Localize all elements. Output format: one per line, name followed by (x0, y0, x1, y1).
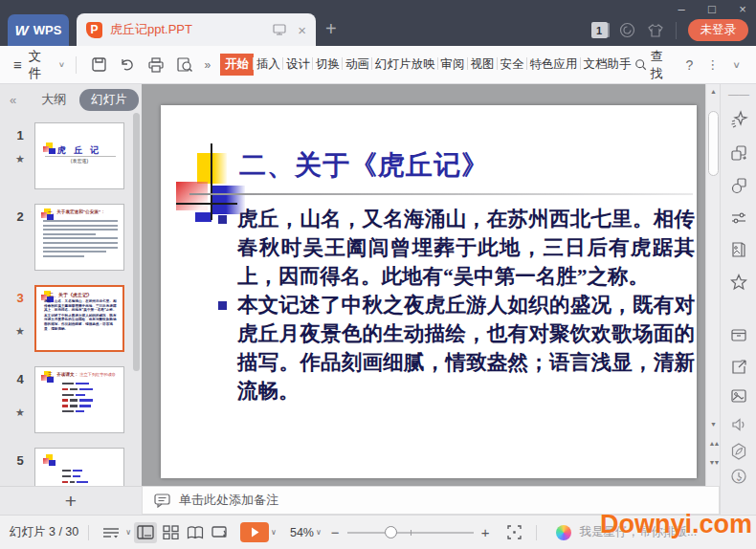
collapse-ribbon-icon[interactable]: ∨ (732, 59, 741, 70)
slide-body-textbox[interactable]: 虎丘，山名，又名海涌山，在苏州西北七里。相传春秋时吴王阖闾曾埋葬于此地，三日后有… (214, 205, 695, 406)
present-mode-icon[interactable] (273, 24, 286, 35)
hamburger-icon[interactable]: ≡ (13, 56, 21, 73)
document-tab[interactable]: P 虎丘记ppt.PPT × (77, 13, 316, 46)
previous-slide-icon[interactable]: ▲▲ (706, 440, 721, 448)
tab-doc-assistant[interactable]: 文档助手 (581, 54, 634, 76)
tab-view[interactable]: 视图 (468, 54, 498, 76)
scrollbar-thumb[interactable] (708, 111, 719, 176)
minimize-button[interactable]: – (674, 2, 689, 16)
canvas-vertical-scrollbar[interactable]: ▲ ▼ ▲▲ ▼▼ (705, 84, 720, 486)
play-options-caret-icon[interactable]: ∨ (271, 528, 277, 537)
slide-bullet-2[interactable]: 本文记述了中秋之夜虎丘游人如织的盛况，既有对虎丘月夜景色的生动描绘，也有对聚饮欢… (214, 291, 695, 406)
tab-home[interactable]: 开始 (220, 54, 254, 76)
slide-title[interactable]: 二、关于《虎丘记》 (239, 147, 489, 184)
tab-special-apps[interactable]: 特色应用 (527, 54, 581, 76)
play-slideshow-button[interactable] (240, 522, 269, 542)
slide-thumbnail-4[interactable]: 三、齐读课文： 注意下列红字的读音 (34, 366, 124, 433)
tab-transition[interactable]: 切换 (313, 54, 343, 76)
normal-view-button[interactable] (134, 522, 157, 543)
zoom-100-tick (411, 530, 411, 536)
animation-effects-icon[interactable] (721, 109, 756, 128)
close-tab-icon[interactable]: × (298, 22, 306, 38)
tab-slideshow[interactable]: 幻灯片放映 (372, 54, 438, 76)
notes-toggle-caret-icon[interactable]: ∨ (125, 528, 131, 537)
tab-insert[interactable]: 插入 (254, 54, 283, 76)
share-export-icon[interactable] (721, 358, 756, 377)
window-controls: – □ × (674, 2, 750, 16)
wps-presentation-window: W WPS P 虎丘记ppt.PPT × + – □ × 1 未登录 (0, 0, 756, 549)
downyi-watermark: Downyi.com (600, 510, 752, 539)
find-button[interactable]: 查找 (634, 48, 673, 82)
document-tab-title: 虎丘记ppt.PPT (110, 21, 261, 38)
menubar: ≡ 文件 ∨ » 开始 插入 设计 切换 动画 幻灯片放映 审 (0, 46, 756, 84)
tab-security[interactable]: 安全 (498, 54, 527, 76)
beautify-assistant-icon[interactable] (556, 525, 571, 540)
add-slide-button[interactable]: + (0, 486, 142, 515)
slideshow-from-current-button[interactable] (209, 522, 232, 543)
strip-collapse-chevron-icon[interactable]: ⌄ (721, 472, 756, 484)
zoom-slider[interactable] (347, 532, 474, 534)
slide-5-number: 5 (11, 453, 29, 468)
thumb-4-title: 三、齐读课文： 注意下列红字的读音 (48, 372, 122, 377)
help-icon[interactable]: ? (685, 57, 693, 73)
promo-icon[interactable] (619, 22, 635, 38)
slide-thumbnail-3-selected[interactable]: 二、关于《虎丘记》 虎丘，山名，又名海涌山，在苏州西北七里。相传春秋时吴王阖闾曾… (34, 285, 124, 352)
thumb-deco (43, 454, 55, 466)
favorites-star-icon[interactable] (721, 273, 756, 292)
save-button[interactable] (87, 54, 110, 77)
skin-theme-icon[interactable] (647, 23, 664, 38)
material-box-icon[interactable] (721, 325, 756, 344)
toolbar-overflow-icon[interactable]: » (204, 58, 211, 72)
slide-panel-scrollbar[interactable] (133, 113, 140, 371)
next-slide-icon[interactable]: ▼▼ (706, 459, 721, 467)
slide-transition-icon[interactable] (721, 143, 756, 163)
maximize-button[interactable]: □ (704, 2, 720, 16)
new-tab-button[interactable]: + (325, 19, 337, 38)
tab-outline[interactable]: 大纲 (41, 91, 66, 108)
zoom-slider-thumb[interactable] (385, 526, 397, 538)
content-area: « 大纲 幻灯片 1 ★ 虎 丘 记 (袁宏道) 2 一、关于袁宏道和“公安派”… (0, 84, 756, 486)
reading-view-button[interactable] (184, 522, 207, 543)
leaf-plugin-icon[interactable] (721, 442, 756, 461)
tab-design[interactable]: 设计 (283, 54, 313, 76)
audio-icon[interactable] (721, 415, 756, 434)
file-menu[interactable]: 文件 (29, 48, 53, 82)
current-slide[interactable]: 二、关于《虎丘记》 虎丘，山名，又名海涌山，在苏州西北七里。相传春秋时吴王阖闾曾… (161, 105, 697, 478)
open-documents-badge[interactable]: 1 (591, 22, 608, 38)
scroll-up-icon[interactable]: ▲ (706, 88, 721, 95)
undo-button[interactable] (116, 54, 139, 77)
notes-toggle-icon[interactable] (100, 522, 122, 543)
slide-bullet-1[interactable]: 虎丘，山名，又名海涌山，在苏州西北七里。相传春秋时吴王阖闾曾埋葬于此地，三日后有… (214, 205, 695, 291)
resource-library-icon[interactable] (721, 240, 756, 259)
object-properties-icon[interactable] (721, 209, 756, 228)
tab-slides[interactable]: 幻灯片 (79, 89, 139, 111)
tab-review[interactable]: 审阅 (438, 54, 468, 76)
more-menu-icon[interactable]: ⋮ (706, 57, 719, 72)
print-button[interactable] (145, 54, 167, 77)
shapes-icon[interactable] (721, 176, 756, 195)
collapse-panel-icon[interactable]: « (10, 93, 16, 107)
slide-thumbnail-1[interactable]: 虎 丘 记 (袁宏道) (34, 122, 124, 189)
slide-sorter-view-button[interactable] (159, 522, 182, 543)
print-preview-button[interactable] (173, 54, 196, 77)
wps-home-tab[interactable]: W WPS (8, 14, 69, 46)
strip-drag-handle[interactable]: —— (721, 88, 756, 99)
fit-to-window-button[interactable] (502, 522, 525, 543)
thumb-2-text-placeholder-lines (43, 220, 118, 259)
close-window-button[interactable]: × (735, 2, 750, 16)
zoom-in-button[interactable]: + (481, 524, 490, 540)
title-rule (189, 193, 693, 195)
zoom-level[interactable]: 54% (290, 526, 314, 539)
zoom-caret-icon[interactable]: ∨ (316, 528, 322, 537)
thumb-3-body: 虎丘，山名，又名海涌山，在苏州西北七里。相传春秋时吴王阖闾曾埋葬于此地，三日后有… (44, 299, 120, 332)
login-button[interactable]: 未登录 (688, 19, 749, 41)
tab-animation[interactable]: 动画 (343, 54, 372, 76)
scroll-down-icon[interactable]: ▼ (706, 421, 721, 428)
statusbar-separator (536, 525, 537, 540)
zoom-out-button[interactable]: − (331, 524, 340, 540)
picture-icon[interactable] (721, 386, 756, 406)
panel-header: « 大纲 幻灯片 (0, 84, 142, 115)
file-menu-chevron-icon[interactable]: ∨ (58, 60, 65, 69)
slide-thumbnail-5[interactable] (34, 448, 124, 486)
slide-thumbnail-2[interactable]: 一、关于袁宏道和“公安派”： (34, 204, 124, 271)
